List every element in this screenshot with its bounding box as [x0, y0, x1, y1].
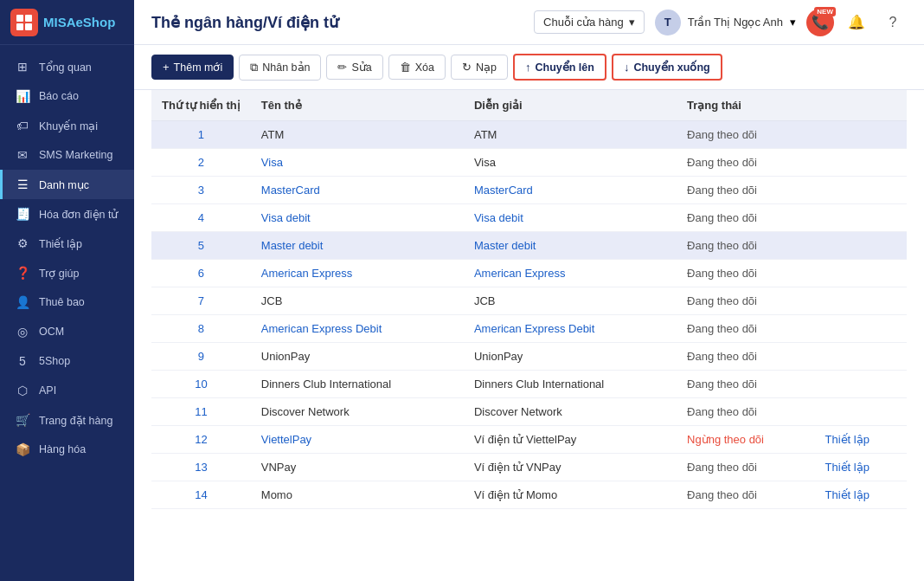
cell-ten-the[interactable]: VNPay: [251, 454, 464, 481]
cell-dien-giai: Ví điện tử ViettelPay: [464, 426, 677, 454]
cell-action[interactable]: Thiết lập: [815, 454, 908, 481]
cell-ten-the[interactable]: Visa: [251, 149, 464, 177]
cell-action[interactable]: Thiết lập: [815, 426, 908, 454]
main-content: Thẻ ngân hàng/Ví điện tử Chuỗi cửa hàng …: [134, 0, 924, 581]
cell-action: [815, 121, 908, 149]
sidebar-label-hoa-don-dien-tu: Hóa đơn điện tử: [39, 208, 118, 221]
store-selector[interactable]: Chuỗi cửa hàng ▾: [534, 10, 645, 34]
table-row[interactable]: 5Master debitMaster debitĐang theo dõi: [151, 232, 907, 260]
cell-trang-thai: Đang theo dõi: [677, 343, 814, 371]
nap-label: Nạp: [476, 61, 497, 74]
sidebar-item-trang-dat-hang[interactable]: 🛒Trang đặt hàng: [0, 405, 134, 435]
cell-ten-the[interactable]: Momo: [251, 481, 464, 509]
action-link[interactable]: Thiết lập: [825, 488, 869, 501]
dien-giai-link[interactable]: Visa debit: [474, 211, 523, 224]
cell-ten-the[interactable]: UnionPay: [251, 343, 464, 371]
table-row[interactable]: 4Visa debitVisa debitĐang theo dõi: [151, 204, 907, 232]
table-row[interactable]: 13VNPayVí điện tử VNPayĐang theo dõiThiế…: [151, 454, 907, 481]
ten-the-link[interactable]: MasterCard: [261, 184, 320, 197]
dien-giai-link[interactable]: Master debit: [474, 239, 536, 252]
table-row[interactable]: 8American Express DebitAmerican Express …: [151, 315, 907, 343]
help-icon-button[interactable]: ?: [879, 9, 907, 36]
table-row[interactable]: 3MasterCardMasterCardĐang theo dõi: [151, 177, 907, 204]
ten-the-link[interactable]: American Express Debit: [261, 322, 382, 335]
table-row[interactable]: 10Dinners Club InternationalDinners Club…: [151, 371, 907, 398]
cell-ten-the[interactable]: Dinners Club International: [251, 371, 464, 398]
cell-ten-the[interactable]: American Express Debit: [251, 315, 464, 343]
table-row[interactable]: 6American ExpressAmerican ExpressĐang th…: [151, 260, 907, 287]
svg-rect-1: [25, 15, 32, 22]
table-body: 1ATMATMĐang theo dõi2VisaVisaĐang theo d…: [151, 121, 907, 509]
ten-the-link[interactable]: Master debit: [261, 239, 324, 252]
cell-dien-giai: Master debit: [464, 232, 677, 260]
sidebar-item-sms-marketing[interactable]: ✉SMS Marketing: [0, 140, 134, 170]
table-row[interactable]: 12ViettelPayVí điện tử ViettelPayNgừng t…: [151, 426, 907, 454]
cell-order: 10: [151, 371, 251, 398]
sidebar-item-danh-muc[interactable]: ☰Danh mục: [0, 170, 134, 199]
table-row[interactable]: 14MomoVí điện tử MomoĐang theo dõiThiết …: [151, 481, 907, 509]
sidebar-item-hang-hoa[interactable]: 📦Hàng hóa: [0, 435, 134, 464]
table-row[interactable]: 9UnionPayUnionPayĐang theo dõi: [151, 343, 907, 371]
chuyen-len-icon: ↑: [525, 61, 531, 74]
them-moi-button[interactable]: +Thêm mới: [151, 55, 234, 80]
sidebar-item-tong-quan[interactable]: ⊞Tổng quan: [0, 52, 134, 81]
ten-the-link[interactable]: Visa debit: [261, 211, 311, 224]
nhan-ban-button[interactable]: ⧉Nhân bản: [239, 55, 321, 81]
cell-order: 14: [151, 481, 251, 509]
sidebar-label-hang-hoa: Hàng hóa: [39, 443, 86, 455]
toolbar: +Thêm mới⧉Nhân bản✏Sửa🗑Xóa↻Nạp↑Chuyển lê…: [134, 45, 924, 90]
cell-ten-the[interactable]: Master debit: [251, 232, 464, 260]
action-link[interactable]: Thiết lập: [825, 461, 869, 474]
table-row[interactable]: 7JCBJCBĐang theo dõi: [151, 287, 907, 315]
dien-giai-link[interactable]: American Express Debit: [474, 322, 594, 335]
dien-giai-link[interactable]: MasterCard: [474, 184, 533, 197]
sidebar-item-api[interactable]: ⬡API: [0, 376, 134, 405]
sidebar-item-ocm[interactable]: ◎OCM: [0, 317, 134, 346]
sidebar-item-hoa-don-dien-tu[interactable]: 🧾Hóa đơn điện tử: [0, 199, 134, 229]
cell-trang-thai: Đang theo dõi: [677, 177, 814, 204]
sidebar-label-tro-giup: Trợ giúp: [39, 267, 79, 280]
ten-the-link[interactable]: ViettelPay: [261, 433, 311, 446]
cell-ten-the[interactable]: JCB: [251, 287, 464, 315]
sidebar-item-thue-bao[interactable]: 👤Thuê bao: [0, 287, 134, 317]
sidebar-label-thiet-lap: Thiết lập: [39, 237, 82, 250]
sidebar-item-tro-giup[interactable]: ❓Trợ giúp: [0, 258, 134, 287]
cell-ten-the[interactable]: ViettelPay: [251, 426, 464, 454]
cell-trang-thai: Đang theo dõi: [677, 481, 814, 509]
table-row[interactable]: 1ATMATMĐang theo dõi: [151, 121, 907, 149]
ten-the-link[interactable]: American Express: [261, 267, 352, 280]
page-title: Thẻ ngân hàng/Ví điện tử: [151, 13, 523, 32]
table-row[interactable]: 2VisaVisaĐang theo dõi: [151, 149, 907, 177]
table-row[interactable]: 11Discover NetworkDiscover NetworkĐang t…: [151, 398, 907, 426]
table-container: Thứ tự hiển thịTên thẻDiễn giảiTrạng thá…: [134, 90, 924, 581]
sidebar-item-5shop[interactable]: 55Shop: [0, 346, 134, 376]
chuyen-xuong-button[interactable]: ↓Chuyển xuống: [612, 54, 722, 81]
dien-giai-link[interactable]: American Express: [474, 267, 565, 280]
cell-trang-thai: Đang theo dõi: [677, 204, 814, 232]
sidebar-label-danh-muc: Danh mục: [39, 178, 89, 191]
sidebar-item-thiet-lap[interactable]: ⚙Thiết lập: [0, 229, 134, 258]
cell-ten-the[interactable]: ATM: [251, 121, 464, 149]
cell-ten-the[interactable]: Discover Network: [251, 398, 464, 426]
bell-icon-button[interactable]: 🔔: [843, 9, 870, 36]
cell-action[interactable]: Thiết lập: [815, 481, 908, 509]
xoa-button[interactable]: 🗑Xóa: [388, 55, 446, 80]
cell-dien-giai: American Express: [464, 260, 677, 287]
ten-the-link[interactable]: Visa: [261, 156, 283, 169]
action-link[interactable]: Thiết lập: [825, 433, 869, 446]
sidebar-item-bao-cao[interactable]: 📊Báo cáo: [0, 81, 134, 111]
cell-trang-thai: Đang theo dõi: [677, 287, 814, 315]
user-info[interactable]: T Trần Thị Ngọc Anh ▾: [655, 10, 796, 36]
nap-button[interactable]: ↻Nạp: [451, 55, 508, 80]
svg-rect-2: [16, 23, 23, 30]
phone-icon-button[interactable]: 📞 NEW: [806, 9, 834, 36]
cell-ten-the[interactable]: American Express: [251, 260, 464, 287]
sidebar-icon-thiet-lap: ⚙: [15, 236, 30, 250]
cell-ten-the[interactable]: MasterCard: [251, 177, 464, 204]
cell-ten-the[interactable]: Visa debit: [251, 204, 464, 232]
nhan-ban-label: Nhân bản: [262, 61, 310, 74]
chuyen-len-button[interactable]: ↑Chuyển lên: [513, 54, 606, 81]
cell-dien-giai: ATM: [464, 121, 677, 149]
sua-button[interactable]: ✏Sửa: [326, 55, 382, 80]
sidebar-item-khuyen-mai[interactable]: 🏷Khuyến mại: [0, 111, 134, 140]
